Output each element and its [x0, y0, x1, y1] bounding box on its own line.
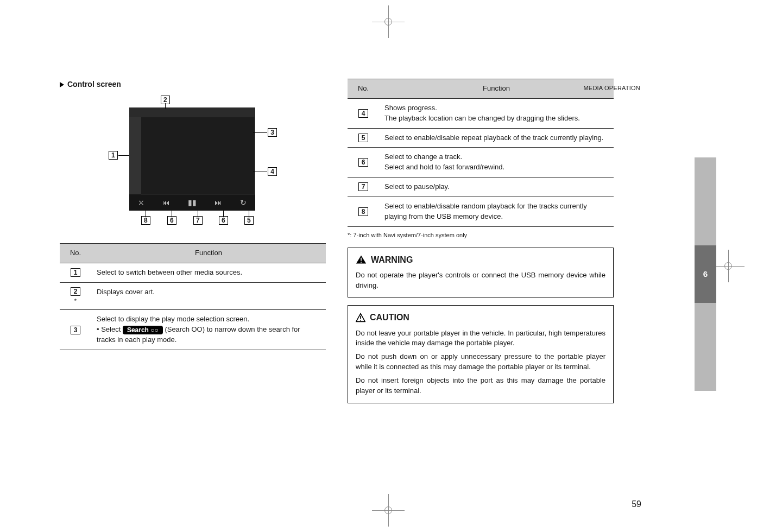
function-table-left: No. Function 1 Select to switch between … — [60, 243, 326, 350]
svg-rect-3 — [360, 320, 361, 321]
callout-8: 8 — [141, 216, 150, 225]
row-text: Select to enable/disable random playback… — [379, 197, 614, 226]
table-row: 3 Select to display the play mode select… — [60, 310, 326, 350]
caution-header: CAUTION — [356, 311, 605, 324]
header-fn: Function — [379, 79, 614, 98]
table-header: No. Function — [60, 244, 326, 263]
control-screenshot: ⤬⏮▮▮⏭↻ 1 2 3 4 5 6 6 7 8 — [109, 102, 277, 227]
header-no: No. — [348, 79, 379, 98]
warning-header: WARNING — [356, 254, 605, 266]
caution-label: CAUTION — [370, 311, 409, 324]
page-sheet: MEDIA OPERATION Control screen ⤬⏮▮▮⏭↻ 1 … — [0, 0, 776, 532]
running-head: MEDIA OPERATION — [583, 84, 640, 93]
table-row: 7Select to pause/play. — [348, 178, 614, 197]
table-row: 8Select to enable/disable random playbac… — [348, 197, 614, 227]
table-row: 5Select to enable/disable repeat playbac… — [348, 129, 614, 148]
svg-rect-1 — [361, 262, 362, 263]
row-text: Select to pause/play. — [379, 178, 614, 197]
callout-4: 4 — [268, 167, 277, 176]
subsection-row: Control screen — [60, 79, 326, 90]
side-tab: 6 — [695, 157, 716, 391]
row-text: Displays cover art. — [91, 283, 326, 310]
callout-7: 7 — [193, 216, 203, 225]
header-fn: Function — [91, 244, 326, 263]
table-row: 4Shows progress. The playback location c… — [348, 99, 614, 129]
caution-p3: Do not insert foreign objects into the p… — [356, 376, 605, 396]
function-table-right: No. Function 4Shows progress. The playba… — [348, 79, 614, 227]
bullet-prefix: • Select — [97, 325, 123, 333]
row-num: 5 — [358, 134, 369, 142]
callout-6a: 6 — [167, 216, 176, 225]
table-header: No. Function — [348, 79, 614, 99]
row-text: Select to display the play mode selectio… — [91, 310, 326, 350]
section-title: Control screen — [60, 80, 121, 88]
row-num: 2 — [71, 287, 81, 296]
row-star: * — [74, 297, 77, 306]
row-num: 1 — [71, 268, 81, 277]
callout-1: 1 — [109, 151, 118, 160]
row-num: 7 — [358, 182, 369, 191]
row-num: 4 — [358, 109, 369, 118]
caution-box: CAUTION Do not leave your portable playe… — [348, 305, 614, 403]
row-text: Shows progress. The playback location ca… — [379, 99, 614, 128]
page-number: 59 — [632, 498, 641, 510]
warning-label: WARNING — [371, 254, 413, 266]
row-text-a: Select to display the play mode selectio… — [97, 315, 249, 323]
footnote: *: 7-inch with Navi system/7-inch system… — [348, 231, 614, 240]
callout-3: 3 — [268, 128, 277, 137]
row-text: Select to change a track. Select and hol… — [379, 148, 614, 177]
caution-p2: Do not push down on or apply unnecessary… — [356, 352, 605, 372]
header-no: No. — [60, 244, 91, 263]
callout-5: 5 — [244, 216, 254, 225]
row-text: Select to enable/disable repeat playback… — [379, 129, 614, 148]
warning-icon — [356, 255, 367, 264]
crop-mark-right — [712, 250, 745, 282]
table-row: 1 Select to switch between other media s… — [60, 263, 326, 283]
caution-icon — [356, 313, 365, 322]
warning-body: Do not operate the player's controls or … — [356, 270, 605, 291]
side-tab-chapter: 6 — [695, 245, 716, 303]
search-pill: Search ○○ — [123, 326, 163, 334]
table-row: 2* Displays cover art. — [60, 283, 326, 311]
caution-p1: Do not leave your portable player in the… — [356, 328, 605, 349]
left-column: Control screen ⤬⏮▮▮⏭↻ 1 2 3 4 5 6 6 7 8 — [60, 79, 326, 510]
svg-rect-2 — [360, 316, 361, 319]
crop-mark-bottom — [372, 494, 405, 527]
right-column: No. Function 4Shows progress. The playba… — [348, 79, 614, 510]
row-text: Select to switch between other media sou… — [91, 263, 326, 282]
row-num: 6 — [358, 158, 369, 167]
crop-mark-top — [372, 5, 405, 38]
callout-6b: 6 — [219, 216, 228, 225]
table-row: 6Select to change a track. Select and ho… — [348, 148, 614, 178]
row-num: 8 — [358, 207, 369, 216]
row-num: 3 — [71, 326, 81, 334]
svg-rect-0 — [361, 258, 362, 261]
warning-box: WARNING Do not operate the player's cont… — [348, 248, 614, 298]
